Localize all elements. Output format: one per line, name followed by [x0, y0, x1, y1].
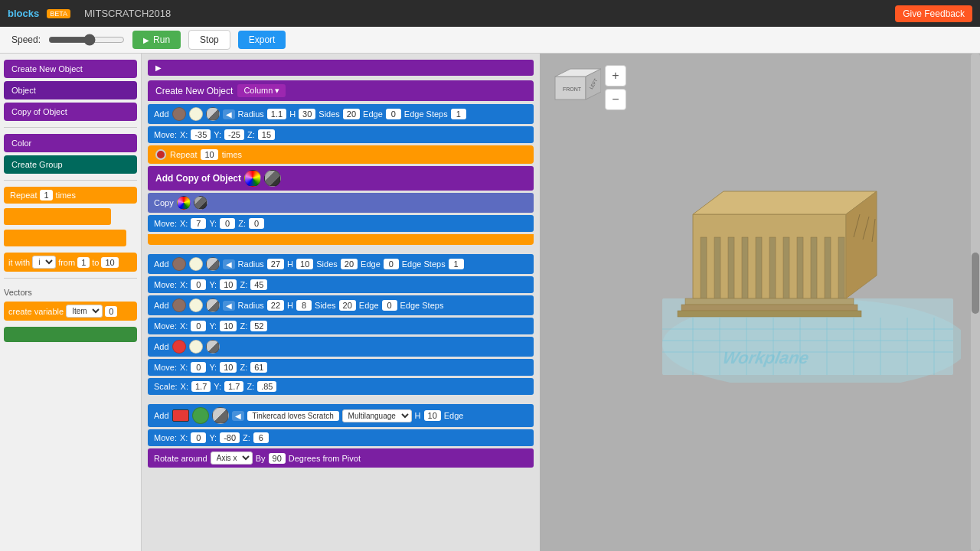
item-val: 0: [105, 306, 117, 317]
item-dropdown[interactable]: Item: [66, 305, 103, 318]
3d-scrollbar[interactable]: [971, 54, 980, 551]
edge-steps-val-2: 1: [449, 259, 464, 269]
x-val-4: 0: [191, 321, 206, 331]
give-feedback-button[interactable]: Give Feedback: [895, 5, 972, 22]
svg-rect-17: [797, 237, 803, 298]
degrees-from-pivot: Degrees from Pivot: [289, 454, 361, 463]
stop-button[interactable]: Stop: [188, 30, 230, 50]
column-dropdown[interactable]: Column ▾: [237, 84, 286, 97]
circle-gray-4[interactable]: [206, 340, 220, 354]
run-label: Run: [153, 34, 170, 45]
to-val: 10: [101, 257, 118, 268]
sidebar-color[interactable]: Color: [4, 134, 137, 152]
h-text: 10: [424, 410, 441, 421]
run-button[interactable]: ▶ Run: [132, 31, 181, 49]
i-dropdown[interactable]: i: [32, 256, 56, 269]
move-label-1: Move:: [154, 130, 177, 139]
axis-dropdown[interactable]: Axis x: [211, 452, 253, 465]
edge-steps-val-1: 1: [451, 109, 466, 119]
add-label-4: Add: [154, 342, 169, 351]
times-label-code: times: [222, 150, 242, 159]
circle-yellow-2[interactable]: [189, 257, 203, 271]
add-row-3: Add ◀ Radius 22 H 8 Sides 20 Edge 0 Edge…: [148, 295, 534, 315]
sidebar-create-new-object[interactable]: Create New Object: [4, 60, 137, 78]
radius-label-1: Radius: [238, 109, 264, 119]
it-with-label: it with: [8, 258, 30, 267]
svg-rect-13: [742, 237, 748, 298]
circle-brown-2[interactable]: [172, 257, 186, 271]
app-name: blocks: [8, 8, 39, 19]
edge-steps-label-2: Edge Steps: [402, 259, 446, 269]
sides-label-3: Sides: [315, 301, 336, 310]
sidebar-object[interactable]: Object: [4, 81, 137, 99]
chevron-left-1[interactable]: ◀: [223, 109, 235, 119]
repeat-end: [148, 234, 534, 245]
circle-red-1[interactable]: [172, 340, 186, 354]
edge-steps-label-3: Edge Steps: [400, 301, 444, 310]
scale-label: Scale:: [154, 382, 178, 391]
x-label-1: X:: [180, 130, 188, 139]
chevron-left-4[interactable]: ◀: [232, 411, 244, 421]
edge-steps-label-1: Edge Steps: [404, 109, 448, 119]
view-cube[interactable]: FRONT LEFT: [551, 61, 601, 111]
from-label: from: [58, 258, 75, 267]
workplane-label: Workplane: [721, 348, 810, 367]
canvas-area: ▶ Create New Object Column ▾ Add ◀: [142, 54, 980, 551]
scale-x: 1.7: [191, 381, 211, 392]
circle-green-1[interactable]: [192, 407, 209, 424]
degrees-val: 90: [269, 453, 286, 464]
from-val: 1: [77, 257, 90, 268]
beta-badge: BETA: [47, 9, 70, 18]
add-copy-label: Add Copy of Object: [155, 173, 241, 184]
column-label: Column: [243, 86, 273, 95]
sidebar-copy-of-object[interactable]: Copy of Object: [4, 103, 137, 121]
radius-label-2: Radius: [238, 259, 264, 269]
circle-gray-3[interactable]: [206, 298, 220, 312]
add-copy-row: Add Copy of Object: [148, 166, 534, 191]
circle-rainbow-1[interactable]: [244, 170, 261, 187]
sidebar-btn-green[interactable]: [4, 327, 137, 342]
circle-gray-1[interactable]: [206, 107, 220, 121]
move-label-6: Move:: [154, 433, 177, 442]
code-panel[interactable]: ▶ Create New Object Column ▾ Add ◀: [142, 54, 540, 551]
svg-rect-12: [728, 237, 734, 298]
svg-rect-26: [681, 305, 858, 311]
svg-rect-25: [685, 298, 854, 305]
circle-brown-1[interactable]: [172, 107, 186, 121]
radius-val-1: 1.1: [267, 109, 286, 119]
z-val-2: 0: [249, 218, 264, 229]
sides-val-3: 20: [339, 300, 356, 311]
export-button[interactable]: Export: [238, 31, 286, 49]
circle-gray-2[interactable]: [206, 257, 220, 271]
circle-gray-5[interactable]: [212, 407, 229, 424]
svg-marker-8: [693, 191, 877, 214]
3d-view[interactable]: FRONT LEFT + −: [540, 54, 980, 551]
circle-striped-1[interactable]: [264, 170, 281, 187]
partial-top-block: ▶: [148, 60, 534, 76]
chevron-left-2[interactable]: ◀: [223, 259, 235, 269]
circle-yellow-3[interactable]: [189, 298, 203, 312]
edge-label-3: Edge: [359, 301, 379, 310]
by-label: By: [256, 454, 266, 463]
repeat-count: 1: [40, 190, 52, 201]
run-icon: ▶: [143, 36, 149, 44]
chevron-left-3[interactable]: ◀: [223, 301, 235, 311]
sidebar-repeat-block: Repeat 1 times: [4, 187, 137, 204]
circle-brown-3[interactable]: [172, 298, 186, 312]
multilanguage-dropdown[interactable]: Multilanguage: [342, 409, 412, 422]
move-row-4: Move: X: 0 Y: 10 Z: 52: [148, 318, 534, 334]
repeat-label: Repeat: [10, 191, 37, 200]
circle-rainbow-2[interactable]: [177, 196, 191, 210]
circle-yellow-1[interactable]: [189, 107, 203, 121]
partial-block-icon: ▶: [155, 64, 162, 72]
y-val-6: -80: [220, 432, 240, 443]
orange-bar-1: [4, 208, 111, 225]
move-row-1: Move: X: -35 Y: -25 Z: 15: [148, 126, 534, 143]
edge-val-2: 0: [384, 259, 399, 269]
move-label-3: Move:: [154, 280, 177, 289]
speed-slider[interactable]: [48, 34, 125, 46]
sidebar-create-group[interactable]: Create Group: [4, 155, 137, 174]
circle-striped-2[interactable]: [194, 196, 207, 210]
to-label: to: [92, 258, 99, 267]
circle-yellow-4[interactable]: [189, 340, 203, 354]
